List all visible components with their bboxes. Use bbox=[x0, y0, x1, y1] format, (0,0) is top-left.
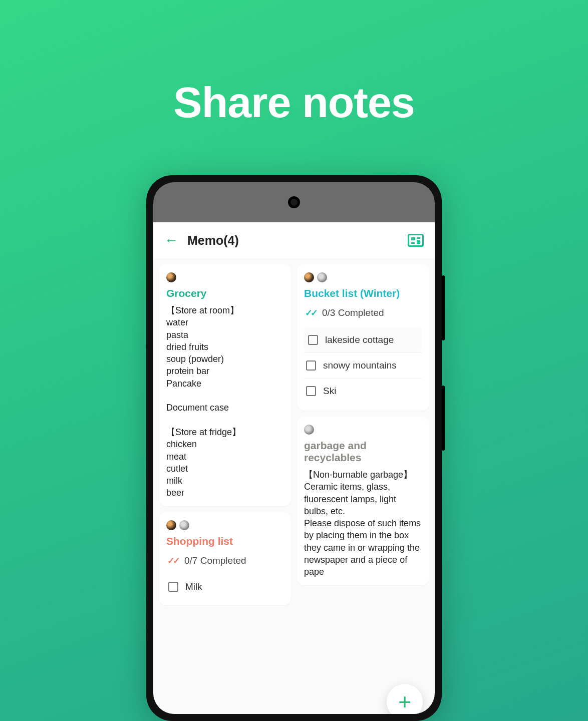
progress-row: ✓✓ 0/3 Completed bbox=[304, 304, 422, 325]
card-title: Bucket list (Winter) bbox=[304, 287, 422, 299]
card-title: garbage and recyclables bbox=[304, 440, 422, 464]
checklist-item-label: snowy mountains bbox=[323, 360, 397, 371]
volume-button bbox=[442, 275, 445, 340]
page-title: Memo(4) bbox=[187, 233, 239, 248]
memo-card-garbage[interactable]: garbage and recyclables 【Non-burnable ga… bbox=[297, 417, 429, 585]
double-check-icon: ✓✓ bbox=[305, 307, 316, 318]
avatar bbox=[166, 272, 176, 282]
avatar bbox=[166, 520, 176, 530]
cards-grid: Grocery 【Store at room】 water pasta drie… bbox=[153, 258, 435, 617]
checkbox-icon[interactable] bbox=[308, 335, 318, 345]
memo-card-shopping[interactable]: Shopping list ✓✓ 0/7 Completed Milk bbox=[159, 512, 291, 605]
double-check-icon: ✓✓ bbox=[167, 555, 178, 566]
memo-card-grocery[interactable]: Grocery 【Store at room】 water pasta drie… bbox=[159, 264, 291, 506]
shared-avatars bbox=[166, 272, 284, 282]
card-title: Shopping list bbox=[166, 535, 284, 547]
layout-toggle-icon[interactable] bbox=[408, 234, 424, 247]
back-arrow-icon[interactable]: ← bbox=[164, 233, 178, 247]
add-memo-fab[interactable]: + bbox=[387, 684, 423, 714]
app-screen: ← Memo(4) Grocery 【Store at room】 water … bbox=[153, 222, 435, 714]
card-body: 【Store at room】 water pasta dried fruits… bbox=[166, 304, 284, 499]
card-title: Grocery bbox=[166, 287, 284, 299]
avatar bbox=[317, 272, 327, 282]
checklist-item[interactable]: Milk bbox=[166, 575, 284, 598]
checklist-item[interactable]: lakeside cottage bbox=[304, 327, 422, 352]
avatar bbox=[179, 520, 189, 530]
headline: Share notes bbox=[0, 78, 588, 127]
checkbox-icon[interactable] bbox=[306, 386, 316, 396]
checklist-item[interactable]: Ski bbox=[304, 378, 422, 404]
progress-text: 0/3 Completed bbox=[322, 307, 384, 318]
plus-icon: + bbox=[398, 689, 411, 714]
shared-avatars bbox=[304, 425, 422, 435]
checklist-item[interactable]: snowy mountains bbox=[304, 352, 422, 378]
memo-card-bucket[interactable]: Bucket list (Winter) ✓✓ 0/3 Completed la… bbox=[297, 264, 429, 411]
checkbox-icon[interactable] bbox=[306, 360, 316, 371]
progress-row: ✓✓ 0/7 Completed bbox=[166, 552, 284, 573]
shared-avatars bbox=[304, 272, 422, 282]
checklist-item-label: Milk bbox=[185, 581, 202, 592]
power-button bbox=[442, 386, 445, 451]
shared-avatars bbox=[166, 520, 284, 530]
phone-frame: ← Memo(4) Grocery 【Store at room】 water … bbox=[146, 175, 442, 721]
avatar bbox=[304, 272, 314, 282]
checkbox-icon[interactable] bbox=[168, 582, 178, 592]
checklist-item-label: Ski bbox=[323, 386, 336, 397]
avatar bbox=[304, 425, 314, 435]
checklist-item-label: lakeside cottage bbox=[325, 334, 394, 345]
camera-hole bbox=[288, 196, 300, 208]
progress-text: 0/7 Completed bbox=[184, 555, 246, 566]
card-body: 【Non-burnable garbage】 Ceramic items, gl… bbox=[304, 469, 422, 578]
app-header: ← Memo(4) bbox=[153, 222, 435, 258]
